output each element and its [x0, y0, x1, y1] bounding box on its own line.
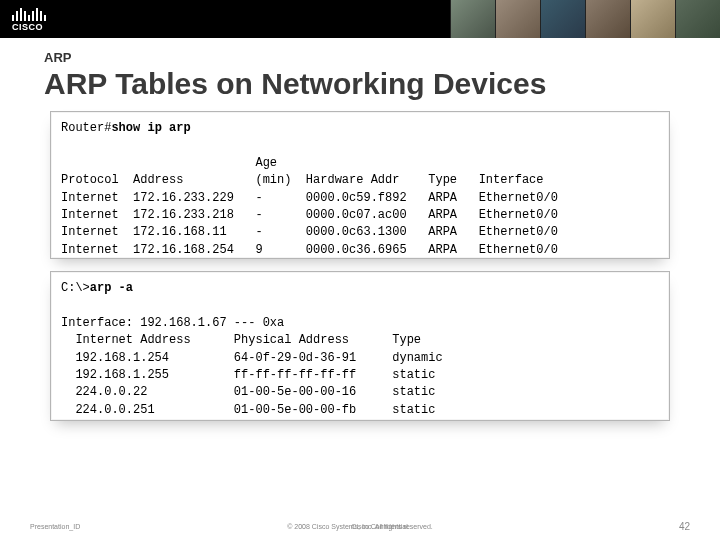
top-banner: CISCO — [0, 0, 720, 38]
footer-center: © 2008 Cisco Systems, Inc. All rights re… — [287, 523, 433, 530]
banner-photos — [450, 0, 720, 38]
logo-text: CISCO — [12, 22, 46, 32]
banner-photo — [675, 0, 720, 38]
banner-photo — [540, 0, 585, 38]
section-label: ARP — [44, 50, 720, 65]
page-title: ARP Tables on Networking Devices — [44, 67, 720, 101]
page-number: 42 — [679, 521, 690, 532]
banner-photo — [630, 0, 675, 38]
pc-terminal: C:\>arp -a Interface: 192.168.1.67 --- 0… — [50, 271, 670, 421]
banner-photo — [450, 0, 495, 38]
cisco-logo: CISCO — [12, 7, 46, 32]
banner-photo — [495, 0, 540, 38]
router-terminal: Router#show ip arp Age Protocol Address … — [50, 111, 670, 259]
banner-photo — [585, 0, 630, 38]
footer-left: Presentation_ID — [30, 523, 80, 530]
logo-bars-icon — [12, 7, 46, 21]
slide-footer: Presentation_ID © 2008 Cisco Systems, In… — [0, 521, 720, 532]
